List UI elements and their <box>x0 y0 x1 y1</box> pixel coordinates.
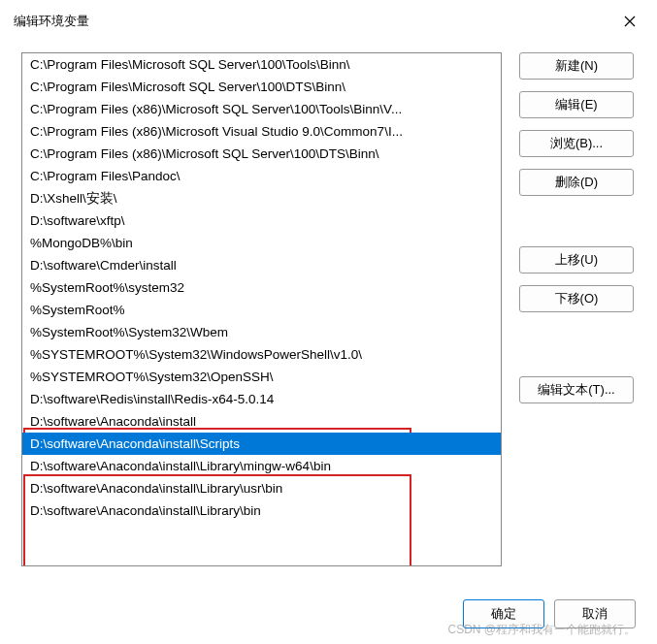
list-item[interactable]: D:\software\Anaconda\install\Library\bin <box>22 499 501 522</box>
side-buttons: 新建(N) 编辑(E) 浏览(B)... 删除(D) 上移(U) 下移(O) 编… <box>519 52 634 566</box>
list-item[interactable]: %SystemRoot%\System32\Wbem <box>22 321 501 343</box>
move-up-button[interactable]: 上移(U) <box>519 246 634 274</box>
close-icon <box>624 16 636 27</box>
new-button[interactable]: 新建(N) <box>519 52 634 80</box>
list-item[interactable]: %SystemRoot%\system32 <box>22 276 501 299</box>
list-item[interactable]: C:\Program Files (x86)\Microsoft SQL Ser… <box>22 98 501 120</box>
browse-button[interactable]: 浏览(B)... <box>519 130 634 157</box>
dialog-footer: 确定 取消 <box>463 599 636 628</box>
list-item[interactable]: C:\Program Files (x86)\Microsoft Visual … <box>22 120 501 143</box>
list-item[interactable]: D:\software\Cmder\install <box>22 254 501 276</box>
list-item[interactable]: D:\software\Anaconda\install\Library\min… <box>22 455 501 477</box>
list-item[interactable]: %SYSTEMROOT%\System32\OpenSSH\ <box>22 366 501 388</box>
list-item[interactable]: D:\software\Anaconda\install\Library\usr… <box>22 477 501 499</box>
list-item[interactable]: D:\software\xftp\ <box>22 209 501 232</box>
list-wrap: C:\Program Files\Microsoft SQL Server\10… <box>21 52 502 566</box>
edit-text-button[interactable]: 编辑文本(T)... <box>519 376 634 403</box>
cancel-button[interactable]: 取消 <box>554 599 636 628</box>
list-item[interactable]: C:\Program Files\Pandoc\ <box>22 165 501 187</box>
list-item[interactable]: C:\Program Files (x86)\Microsoft SQL Ser… <box>22 143 501 165</box>
titlebar: 编辑环境变量 <box>0 0 657 43</box>
path-listbox[interactable]: C:\Program Files\Microsoft SQL Server\10… <box>21 52 502 566</box>
content-area: C:\Program Files\Microsoft SQL Server\10… <box>0 43 657 566</box>
move-down-button[interactable]: 下移(O) <box>519 285 634 312</box>
window-title: 编辑环境变量 <box>14 13 89 30</box>
close-button[interactable] <box>616 8 643 35</box>
list-item[interactable]: D:\software\Redis\install\Redis-x64-5.0.… <box>22 388 501 410</box>
ok-button[interactable]: 确定 <box>463 599 544 628</box>
list-item[interactable]: C:\Program Files\Microsoft SQL Server\10… <box>22 76 501 98</box>
list-item[interactable]: D:\Xshell\安装\ <box>22 187 501 209</box>
list-item[interactable]: D:\software\Anaconda\install\Scripts <box>22 433 501 455</box>
list-item[interactable]: %SYSTEMROOT%\System32\WindowsPowerShell\… <box>22 343 501 366</box>
list-item[interactable]: %SystemRoot% <box>22 299 501 321</box>
list-item[interactable]: C:\Program Files\Microsoft SQL Server\10… <box>22 53 501 76</box>
list-item[interactable]: D:\software\Anaconda\install <box>22 410 501 433</box>
list-item[interactable]: %MongoDB%\bin <box>22 232 501 254</box>
edit-button[interactable]: 编辑(E) <box>519 91 634 118</box>
delete-button[interactable]: 删除(D) <box>519 169 634 196</box>
